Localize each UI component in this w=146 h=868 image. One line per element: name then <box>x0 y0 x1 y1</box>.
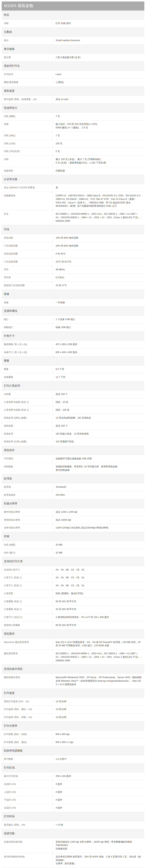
spec-row: 光学扫描分辨率1200*1200dpi 24位彩色 (高达19200dpi 增强… <box>2 524 144 532</box>
spec-label: 功耗 (活动) <box>2 140 53 148</box>
spec-label: 声压 <box>2 266 53 274</box>
spec-row: 介质类型与容量 (纸盒 2)纸张：150 张 <box>2 406 144 414</box>
spec-label: 处理器 <box>2 483 53 491</box>
spec-value: 高达 150 个 <box>53 422 144 430</box>
spec-label: 显示屏 <box>2 54 53 62</box>
spec-row: 打印速度 (黑白，草稿，A4)14 页/分钟 <box>2 714 144 721</box>
spec-value: 32 MB <box>53 541 144 549</box>
spec-value: CISPR 22：1997/EN 55022：1998 Class B，EN 6… <box>53 192 144 210</box>
spec-row: 左边距 (A4)4 毫米 <box>2 804 144 812</box>
spec-value: 设备固件可通过直接连接 USB 升级 <box>53 455 144 463</box>
spec-value: Tensilica® <box>53 483 144 491</box>
spec-row: 安全IEC 60950-1：2001/EN 60950-1：2001+A11；I… <box>2 210 144 225</box>
spec-value: 高达 14 cpm <box>53 96 144 103</box>
spec-label: 声功率 <box>2 274 53 282</box>
spec-label: 增强扫描分辨率 <box>2 516 53 524</box>
spec-value: 60 到 163 克/平方米 <box>53 598 144 606</box>
section-header: 环境 <box>2 225 144 234</box>
spec-label: 打印速度 (黑白，草稿，A4) <box>2 714 53 721</box>
spec-row: 介质尺寸 (纸盒 1)A4、A5、B5、C5、C6、DL <box>2 574 144 582</box>
spec-row: 上边距 (A4)4 毫米 <box>2 788 144 796</box>
spec-value: 14 页/分钟 <box>53 698 144 706</box>
spec-value: 8.5 千克 <box>53 366 144 373</box>
spec-value: 4 毫米 <box>53 796 144 804</box>
section-header: 打印分辨率 <box>2 721 144 731</box>
spec-value: 纸张 (普通纸、激光打印纸) <box>53 590 144 597</box>
spec-label: 用户数量 <box>2 755 53 763</box>
spec-value: 230 MHz <box>53 491 144 499</box>
spec-label: 推荐的介质重量 <box>2 621 53 629</box>
spec-value: 快速 USB 端口 <box>53 323 144 331</box>
spec-row: 推荐的介质重量60 到 163 克/平方米 <box>2 621 144 629</box>
spec-row: 纸张处理 (进纸) (标配)10 页优先进纸插槽，150 页进纸盒 <box>2 414 144 422</box>
spec-row: 最低规格 (宽 x 深 x 高)437 x 363 x 308 毫米 <box>2 341 144 349</box>
spec-value: 高达 1200 x 1200 dpi <box>53 508 144 516</box>
spec-value: 60 到 163 克/平方米 <box>53 621 144 629</box>
spec-label: 最大打印区域 <box>2 772 53 780</box>
spec-label: 出纸量 <box>2 391 53 398</box>
spec-label: 处理器速度 <box>2 491 53 499</box>
spec-row: 可升级性设备固件可通过直接连接 USB 升级 <box>2 455 144 463</box>
spec-value: Small medium business <box>53 37 144 44</box>
spec-value: 高达单张文档99 份页复印、25% 到 400% 缩放、2 或 4 页复印到 1… <box>53 853 144 868</box>
spec-value: 彩色扫描高达 1200 dpi 光学分辨率，19200 dpi 增强；带有图像编… <box>53 838 144 853</box>
spec-value: 4 毫米 <box>53 788 144 796</box>
section-header: 存储 <box>2 532 144 541</box>
spec-row: 工作温度范围15℃ 到 32.5℃ <box>2 258 144 266</box>
spec-label: 包装重量 <box>2 373 53 381</box>
spec-value: 介质进纸盒和优先纸盒：76 x 127 到 216 x 356 毫米 <box>53 614 144 621</box>
spec-label: 进纸容量 <box>2 422 53 430</box>
section-header: 连接和通信 <box>2 307 144 316</box>
spec-label: 细分 <box>2 37 53 44</box>
spec-value: 1 (黑色) <box>53 79 144 86</box>
spec-label: 符合 ENERGY STAR® 的要求 <box>2 184 53 192</box>
spec-label: 兼容的操作系统 <box>2 674 53 688</box>
spec-value: 6.3 B(A) <box>53 274 144 282</box>
spec-value: 内置电源 <box>53 167 144 175</box>
spec-value: 32 MB <box>53 549 144 557</box>
spec-value: < 10 秒 <box>53 821 144 829</box>
spec-row: 功耗 (活动)230 瓦 <box>2 140 144 148</box>
spec-row: 功能打印 扫描 复印 <box>2 20 144 28</box>
spec-label: 内存 (标配) <box>2 541 53 549</box>
spec-label: 下边距 (A4) <box>2 796 53 804</box>
spec-row: 介质重量 (纸盒 1)42 到 260 克/平方米 <box>2 606 144 614</box>
spec-row: 标配端口快速 USB 端口 <box>2 323 144 332</box>
spec-label: 端口 <box>2 316 53 323</box>
spec-value: A4、A5、B5、C5、C6、DL <box>53 566 144 574</box>
section-header: 高级功能 <box>2 829 144 838</box>
page-title: M1005 规格参数 <box>2 1 144 10</box>
spec-value: 1200*1200dpi 24位彩色 (高达19200dpi 增强分辨率) <box>53 524 144 532</box>
spec-row: 显示屏2 英寸液晶显示屏 (文本) <box>2 54 144 62</box>
spec-row: 端口1 个高速 USB 端口 <box>2 316 144 323</box>
spec-value: 11.7 千克 <box>53 373 144 381</box>
spec-value: A4、A5、B5、C5、C6、DL <box>53 582 144 590</box>
spec-row: 存放温度范围0 到 40℃ <box>2 250 144 258</box>
spec-label: 介质类型与容量 (纸盒 2) <box>2 406 53 414</box>
section-header: 特征 <box>2 10 144 20</box>
spec-label: 纸张处理 (出纸) (标配) <box>2 438 53 446</box>
spec-value: Microsoft® Windows® 2000、XP Home、XP Prof… <box>53 674 144 688</box>
section-header: 元数据 <box>2 28 144 37</box>
section-header: 保修 <box>2 290 144 299</box>
spec-value: 49 dB(A) <box>53 266 144 274</box>
spec-row: 支持的介质尺寸A4、A5、B5、C5、C6、DL <box>2 566 144 574</box>
spec-row: 保修一年送修 <box>2 299 144 307</box>
section-header: 电池和电力 <box>2 103 144 113</box>
spec-label: 介质类型与容量 (纸盒 1) <box>2 398 53 406</box>
spec-value: 是 <box>53 184 144 192</box>
spec-label: 介质类型 <box>2 590 53 597</box>
spec-value: Laser <box>53 70 144 79</box>
section-header: 外形尺寸 <box>2 332 144 341</box>
spec-label: 重量 <box>2 366 53 373</box>
spec-value: 600 x 400 x 390 毫米 <box>53 349 144 356</box>
spec-label: 推荐的工作温度范围 <box>2 282 53 289</box>
spec-value: IEC 60950-1：2001/EN 60950-1：2001+A11；IEC… <box>53 650 144 664</box>
spec-label: 功能 <box>2 20 53 27</box>
spec-table-body: 特征功能打印 扫描 复印元数据细分Small medium business显示… <box>2 10 144 868</box>
spec-label: 打印质量 (黑白，最佳) <box>2 739 53 746</box>
section-header: 复制速度 <box>2 87 144 96</box>
spec-label: 电源类型 <box>2 167 53 175</box>
spec-value: 0 瓦 <box>53 148 144 155</box>
spec-label: 打印速度 (黑白，最佳，A4) <box>2 706 53 713</box>
